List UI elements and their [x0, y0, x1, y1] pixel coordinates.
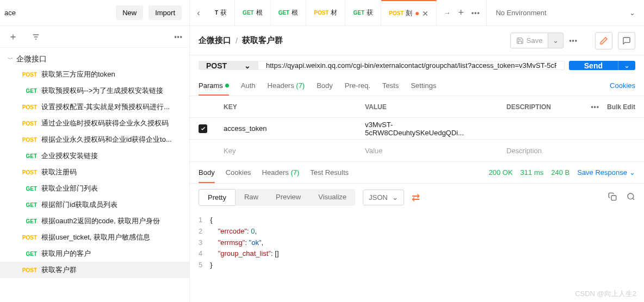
sidebar-request-item[interactable]: POST获取客户群 [0, 262, 189, 278]
request-tab[interactable]: POST刻✕ [381, 0, 437, 26]
col-desc: DESCRIPTION [499, 103, 591, 111]
request-name: 获取预授权码-->为了生成授权安装链接 [41, 86, 163, 96]
format-selector[interactable]: JSON⌄ [363, 190, 404, 205]
collection-name: 企微接口 [16, 54, 47, 64]
method-badge: GET [243, 10, 254, 16]
tab-params[interactable]: Params [199, 76, 229, 96]
method-badge: GET [21, 251, 37, 257]
filter-icon[interactable] [29, 30, 42, 43]
url-input[interactable] [258, 61, 565, 70]
resp-tab-headers[interactable]: Headers (7) [262, 162, 300, 183]
edit-icon[interactable] [595, 32, 612, 49]
search-icon[interactable] [627, 192, 635, 203]
param-value-placeholder[interactable]: Value [357, 147, 499, 155]
resp-tab-tests[interactable]: Test Results [310, 162, 349, 183]
sidebar-request-item[interactable]: GET获取用户的客户 [0, 246, 189, 262]
chevron-down-icon: ⌄ [629, 9, 635, 17]
request-name: 根据企业永久授权码和企业id获得企业to... [41, 135, 172, 144]
sidebar-header: ace New Import [0, 0, 189, 26]
environment-selector[interactable]: No Environment ⌄ [486, 0, 644, 26]
breadcrumb-parent[interactable]: 企微接口 [199, 35, 231, 46]
param-desc-placeholder[interactable]: Description [499, 147, 644, 155]
method-badge: GET [21, 153, 37, 159]
unsaved-dot [416, 12, 419, 15]
add-icon[interactable] [7, 30, 20, 43]
tab-more-icon[interactable]: ••• [472, 9, 480, 17]
main-panel: ‹ T获GET根GET根POST材GET获POST刻✕ → + ••• No E… [190, 0, 644, 302]
params-row[interactable]: access_token v3MvST-5cRW8CDeuhtySKeUedgQ… [190, 118, 644, 140]
tab-next-icon[interactable]: → [443, 9, 450, 17]
chevron-down-icon: ⌄ [392, 193, 398, 202]
workspace-title: ace [4, 9, 16, 17]
mode-preview[interactable]: Preview [267, 189, 309, 206]
tab-tests[interactable]: Tests [382, 76, 399, 96]
request-tab[interactable]: POST材 [306, 0, 345, 26]
sidebar-request-item[interactable]: POST获取第三方应用的token [0, 66, 189, 83]
copy-icon[interactable] [608, 192, 617, 203]
chevron-down-icon: ﹀ [8, 55, 13, 63]
mode-visualize[interactable]: Visualize [309, 189, 355, 206]
bulk-edit-link[interactable]: Bulk Edit [607, 103, 635, 111]
tab-prereq[interactable]: Pre-req. [345, 76, 370, 96]
add-tab-icon[interactable]: + [458, 7, 464, 18]
import-button[interactable]: Import [148, 5, 182, 20]
method-badge: GET [353, 10, 364, 16]
status-code: 200 OK [489, 168, 513, 177]
save-icon [516, 37, 524, 45]
comment-icon[interactable] [618, 32, 635, 49]
sidebar-request-item[interactable]: POST通过企业临时授权码获得企业永久授权码 [0, 115, 189, 131]
send-button[interactable]: Send [569, 61, 618, 70]
tab-prev-icon[interactable]: ‹ [190, 0, 207, 26]
param-key-placeholder[interactable]: Key [216, 147, 357, 155]
sidebar-request-item[interactable]: POST获取注册码 [0, 164, 189, 180]
save-dropdown[interactable]: ⌄ [548, 33, 564, 48]
sidebar-request-item[interactable]: POST设置授权配置-其实就是对预授权码进行... [0, 99, 189, 115]
sidebar-request-item[interactable]: GET根据部门id获取成员列表 [0, 197, 189, 213]
tab-body[interactable]: Body [317, 76, 333, 96]
params-new-row[interactable]: Key Value Description [190, 140, 644, 161]
method-badge: POST [389, 10, 404, 16]
request-name: 企业授权安装链接 [41, 151, 98, 161]
request-tab[interactable]: T获 [207, 0, 235, 26]
save-response-link[interactable]: Save Response ⌄ [577, 168, 635, 177]
request-tab[interactable]: GET获 [345, 0, 381, 26]
new-button[interactable]: New [116, 5, 143, 20]
checkbox-checked[interactable] [199, 124, 207, 133]
tabs-bar: ‹ T获GET根GET根POST材GET获POST刻✕ → + ••• No E… [190, 0, 644, 26]
wrap-icon[interactable]: ⇄ [412, 192, 420, 204]
sidebar-request-item[interactable]: GET获取预授权码-->为了生成授权安装链接 [0, 83, 189, 99]
param-key[interactable]: access_token [216, 124, 357, 133]
method-badge: GET [21, 186, 37, 192]
request-tab[interactable]: GET根 [271, 0, 307, 26]
tab-headers[interactable]: Headers (7) [268, 76, 305, 96]
resp-tab-body[interactable]: Body [199, 162, 215, 183]
mode-pretty[interactable]: Pretty [199, 189, 236, 206]
method-badge: POST [21, 72, 37, 78]
sidebar-request-item[interactable]: GET获取企业部门列表 [0, 180, 189, 197]
method-selector[interactable]: POST ⌄ [199, 61, 258, 70]
sidebar-request-item[interactable]: POST根据企业永久授权码和企业id获得企业to... [0, 131, 189, 148]
sidebar-request-item[interactable]: GET根据oauth2返回的code, 获取用户身份 [0, 213, 189, 229]
method-badge: GET [21, 202, 37, 208]
resp-tab-cookies[interactable]: Cookies [226, 162, 251, 183]
params-options-icon[interactable]: ••• [591, 103, 599, 111]
tab-auth[interactable]: Auth [241, 76, 256, 96]
code-content: { "errcode": 0, "errmsg": "ok", "group_c… [210, 215, 278, 271]
request-tab[interactable]: GET根 [235, 0, 271, 26]
sidebar-request-item[interactable]: GET企业授权安装链接 [0, 148, 189, 164]
send-dropdown[interactable]: ⌄ [618, 61, 635, 70]
method-badge: GET [21, 88, 37, 94]
tab-settings[interactable]: Settings [411, 76, 436, 96]
request-tabs: Params Auth Headers (7) Body Pre-req. Te… [190, 76, 644, 96]
param-value[interactable]: v3MvST-5cRW8CDeuhtySKeUedgQDi... [357, 121, 499, 137]
close-icon[interactable]: ✕ [422, 9, 429, 18]
method-badge: GET [278, 10, 290, 16]
options-icon[interactable]: ••• [569, 37, 578, 45]
mode-raw[interactable]: Raw [236, 189, 267, 206]
collection-folder[interactable]: ﹀ 企微接口 [0, 52, 189, 66]
save-button[interactable]: Save [510, 33, 549, 48]
sidebar-request-item[interactable]: POST根据user_ticket, 获取用户敏感信息 [0, 229, 189, 246]
more-icon[interactable]: ••• [174, 33, 183, 41]
cookies-link[interactable]: Cookies [610, 81, 635, 90]
response-body[interactable]: 12345 { "errcode": 0, "errmsg": "ok", "g… [190, 211, 644, 282]
